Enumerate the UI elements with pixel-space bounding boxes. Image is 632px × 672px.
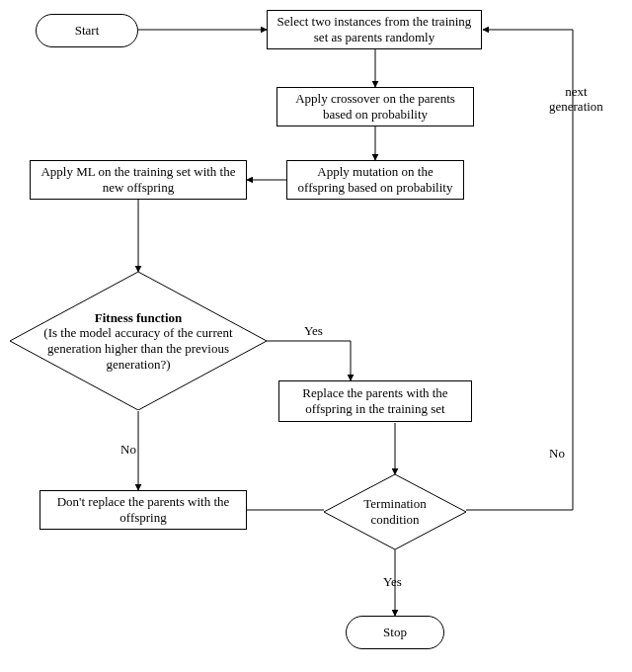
mutation-node: Apply mutation on the offspring based on… — [286, 160, 464, 200]
flowchart: Start Select two instances from the trai… — [0, 0, 632, 672]
apply-ml-label: Apply ML on the training set with the ne… — [37, 164, 240, 197]
dont-replace-label: Don't replace the parents with the offsp… — [46, 494, 240, 527]
apply-ml-node: Apply ML on the training set with the ne… — [30, 160, 247, 200]
edge-yes-fitness: Yes — [304, 324, 323, 339]
edge-yes-termination: Yes — [383, 575, 402, 590]
stop-label: Stop — [383, 625, 407, 640]
select-parents-node: Select two instances from the training s… — [267, 10, 482, 49]
replace-node: Replace the parents with the offspring i… — [278, 380, 472, 422]
fitness-title: Fitness function — [38, 310, 239, 326]
crossover-node: Apply crossover on the parents based on … — [276, 87, 474, 126]
fitness-body: (Is the model accuracy of the current ge… — [38, 325, 239, 372]
start-node: Start — [36, 14, 138, 47]
termination-decision: Termination condition — [324, 474, 466, 549]
termination-label: Termination condition — [342, 496, 448, 527]
edge-next-generation: next generation — [549, 85, 603, 115]
start-label: Start — [75, 23, 100, 39]
fitness-decision: Fitness function (Is the model accuracy … — [10, 272, 267, 410]
edge-no-termination: No — [549, 447, 565, 462]
edge-no-fitness: No — [120, 443, 136, 458]
replace-label: Replace the parents with the offspring i… — [285, 385, 465, 418]
mutation-label: Apply mutation on the offspring based on… — [293, 164, 457, 197]
select-parents-label: Select two instances from the training s… — [274, 14, 475, 46]
stop-node: Stop — [346, 616, 444, 649]
dont-replace-node: Don't replace the parents with the offsp… — [40, 490, 247, 530]
crossover-label: Apply crossover on the parents based on … — [283, 91, 467, 124]
